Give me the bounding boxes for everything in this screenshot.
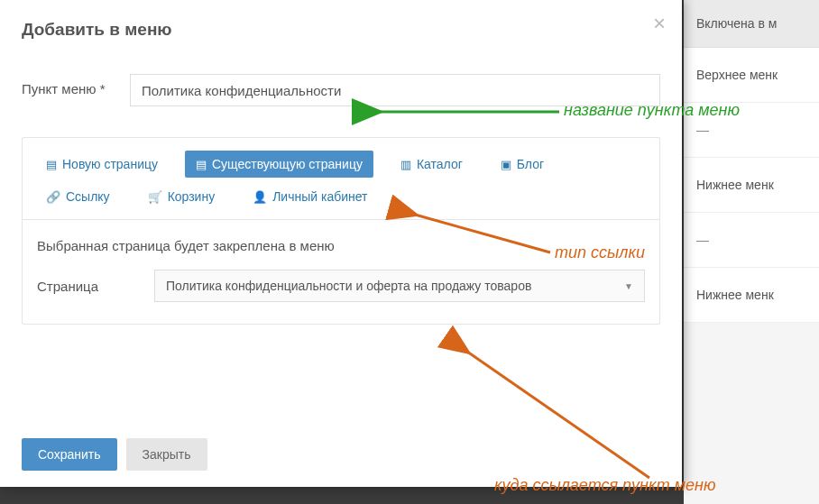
- close-icon[interactable]: ×: [653, 13, 666, 34]
- tab-label: Ссылку: [66, 189, 110, 204]
- tab-blog[interactable]: ▣ Блог: [490, 151, 555, 178]
- books-icon: ▥: [400, 158, 411, 171]
- user-icon: 👤: [253, 190, 267, 204]
- save-button[interactable]: Сохранить: [22, 438, 117, 471]
- tab-catalog[interactable]: ▥ Каталог: [390, 151, 474, 178]
- tab-link[interactable]: 🔗 Ссылку: [35, 183, 121, 210]
- section-description: Выбранная страница будет закреплена в ме…: [37, 238, 645, 253]
- link-type-section: ▤ Новую страницу ▤ Существующую страницу…: [22, 137, 660, 325]
- link-icon: 🔗: [46, 190, 60, 204]
- modal-footer: Сохранить Закрыть: [22, 438, 207, 471]
- tab-cart[interactable]: 🛒 Корзину: [137, 183, 226, 210]
- add-menu-modal: × Добавить в меню Пункт меню * ▤ Новую с…: [0, 0, 682, 487]
- page-select-row: Страница Политика конфиденциальности и о…: [37, 270, 645, 302]
- page-select-label: Страница: [37, 279, 154, 294]
- tab-new-page[interactable]: ▤ Новую страницу: [35, 151, 169, 178]
- bg-row: Нижнее менк: [684, 268, 819, 323]
- page-icon: ▤: [46, 158, 57, 171]
- tab-label: Корзину: [168, 189, 216, 204]
- tab-existing-page[interactable]: ▤ Существующую страницу: [185, 151, 373, 178]
- tab-label: Новую страницу: [62, 157, 158, 171]
- bg-row: Нижнее менк: [684, 158, 819, 213]
- bg-col-header: Включена в м: [684, 0, 819, 48]
- modal-title: Добавить в меню: [22, 20, 660, 40]
- chat-icon: ▣: [501, 158, 511, 171]
- tab-account[interactable]: 👤 Личный кабинет: [242, 183, 378, 210]
- menu-name-row: Пункт меню *: [22, 74, 660, 106]
- page-icon: ▤: [196, 158, 207, 171]
- menu-name-input[interactable]: [130, 74, 660, 106]
- tab-label: Существующую страницу: [212, 157, 363, 171]
- page-select[interactable]: Политика конфиденциальности и оферта на …: [154, 270, 645, 302]
- menu-name-label: Пункт меню *: [22, 74, 130, 98]
- tab-label: Каталог: [417, 157, 463, 171]
- bg-row: —: [684, 103, 819, 158]
- tab-label: Блог: [517, 157, 544, 171]
- section-body: Выбранная страница будет закреплена в ме…: [23, 220, 659, 324]
- cart-icon: 🛒: [148, 190, 162, 204]
- link-type-tabs: ▤ Новую страницу ▤ Существующую страницу…: [23, 138, 659, 220]
- cancel-button[interactable]: Закрыть: [126, 438, 207, 471]
- page-select-value: Политика конфиденциальности и оферта на …: [166, 279, 531, 293]
- background-panel: Включена в м Верхнее менк — Нижнее менк …: [684, 0, 819, 504]
- bg-row: Верхнее менк: [684, 48, 819, 103]
- chevron-down-icon: ▼: [624, 281, 633, 291]
- bg-row: —: [684, 213, 819, 268]
- tab-label: Личный кабинет: [272, 189, 367, 204]
